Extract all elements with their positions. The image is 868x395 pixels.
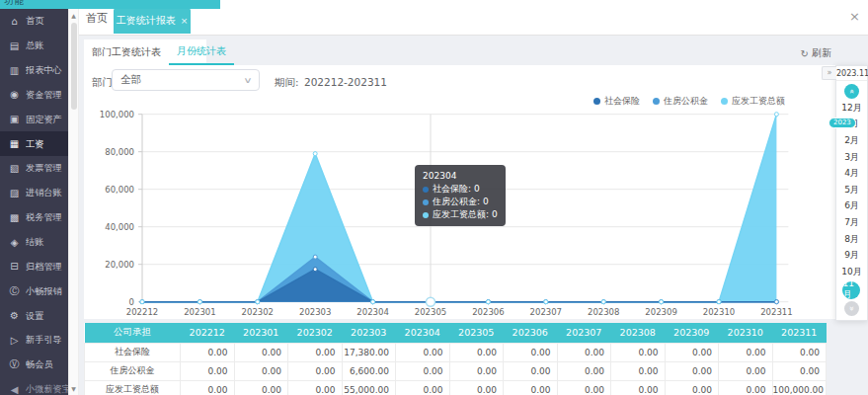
month-item-6月[interactable]: 6月 xyxy=(844,198,859,215)
menu-icon: ▦ xyxy=(7,138,22,149)
sidebar-item-发票管理[interactable]: ▧发票管理 xyxy=(0,156,68,181)
month-item-4月[interactable]: 4月 xyxy=(844,165,859,182)
sidebar-item-报表中心[interactable]: ▥报表中心 xyxy=(0,58,68,83)
month-picker-panel: 2023.11 « 12月1月2月3月4月5月6月7月8月9月10月11月 « xyxy=(835,65,868,321)
sidebar-item-label: 畅会员 xyxy=(26,358,53,371)
legend-item-应发工资总额[interactable]: 应发工资总额 xyxy=(721,95,785,108)
page-scrollbar[interactable]: ▲ ▼ xyxy=(68,9,79,395)
sidebar-item-固定资产[interactable]: ▣固定资产 xyxy=(0,107,68,131)
sidebar-item-进销台账[interactable]: ▨进销台账 xyxy=(0,181,68,205)
sidebar-item-税务管理[interactable]: ▩税务管理 xyxy=(0,205,68,230)
month-item-12月[interactable]: 12月 xyxy=(841,100,861,117)
month-item-9月[interactable]: 9月 xyxy=(844,247,859,264)
menu-icon: ◀ xyxy=(7,384,22,395)
month-item-3月[interactable]: 3月 xyxy=(844,149,859,166)
sidebar-item-新手引导[interactable]: ▷新手引导 xyxy=(0,328,68,353)
table-column-header: 202305 xyxy=(449,323,504,343)
table-cell: 0.00 xyxy=(719,343,773,361)
subtab-group: 部门工资统计表 月份统计表 xyxy=(84,40,206,65)
month-item-2月[interactable]: 2月 xyxy=(844,132,859,149)
table-cell: 0.00 xyxy=(611,343,666,361)
table-cell: 6,600.00 xyxy=(342,361,396,380)
sidebar-item-label: 工资 xyxy=(26,137,43,150)
month-item-7月[interactable]: 7月 xyxy=(844,214,859,231)
sidebar-item-结账[interactable]: ◈结账 xyxy=(0,230,68,255)
sidebar-item-label: 进销台账 xyxy=(26,187,62,199)
panel-collapse-icon[interactable]: » xyxy=(822,66,836,80)
sidebar-item-label: 固定资产 xyxy=(26,113,62,125)
tab-home[interactable]: 首页 xyxy=(86,11,108,26)
sidebar-item-首页[interactable]: ⌂首页 xyxy=(0,9,68,34)
scrollbar-down-icon[interactable]: ▼ xyxy=(69,385,78,392)
month-picker-header: 2023.11 xyxy=(836,66,867,81)
month-item-8月[interactable]: 8月 xyxy=(844,231,859,248)
sidebar-item-label: 税务管理 xyxy=(26,211,62,224)
table-column-header: 202310 xyxy=(719,323,773,343)
table-row-label: 社会保险 xyxy=(85,343,181,361)
svg-text:202309: 202309 xyxy=(645,307,676,317)
sidebar-item-label: 结账 xyxy=(26,236,43,249)
sidebar-item-小微薪资宝[interactable]: ◀小微薪资宝 xyxy=(0,377,68,395)
month-scroll-down-button[interactable]: « xyxy=(844,301,859,316)
tab-salary-report[interactable]: 工资统计报表 × xyxy=(114,8,191,34)
legend-item-社会保险[interactable]: 社会保险 xyxy=(593,95,640,108)
legend-label: 应发工资总额 xyxy=(732,95,785,108)
sidebar-item-label: 小畅报销 xyxy=(26,284,62,297)
tooltip-title: 202304 xyxy=(423,170,498,183)
table-cell: 0.00 xyxy=(719,361,773,380)
dept-select[interactable]: 全部 ∨ xyxy=(112,69,260,91)
legend-item-住房公积金[interactable]: 住房公积金 xyxy=(653,95,708,108)
table-body: 社会保险0.000.000.0017,380.000.000.000.000.0… xyxy=(85,343,827,395)
tab-close-icon[interactable]: × xyxy=(181,16,189,26)
table-cell: 0.00 xyxy=(234,380,288,395)
table-row: 应发工资总额0.000.000.0055,000.000.000.000.000… xyxy=(85,380,827,395)
tooltip-row: 应发工资总额: 0 xyxy=(423,208,498,221)
month-item-11月[interactable]: 11月 xyxy=(842,281,860,299)
sidebar-item-label: 新手引导 xyxy=(26,334,62,347)
sidebar-item-畅会员[interactable]: Ⓥ畅会员 xyxy=(0,353,68,377)
table-column-header: 202303 xyxy=(342,323,396,343)
sidebar-item-资金管理[interactable]: ◉资金管理 xyxy=(0,83,68,108)
menu-icon: ▩ xyxy=(7,212,22,223)
close-icon[interactable]: × xyxy=(849,9,860,24)
svg-text:60,000: 60,000 xyxy=(105,185,134,195)
sidebar-item-小畅报销[interactable]: Ⓒ小畅报销 xyxy=(0,278,68,303)
salary-table: 公司承担202212202301202302202303202304202305… xyxy=(84,323,827,395)
sidebar-item-label: 资金管理 xyxy=(26,89,62,102)
tab-monthly-stats[interactable]: 月份统计表 xyxy=(169,40,234,65)
table-column-header: 公司承担 xyxy=(85,323,181,343)
svg-text:202307: 202307 xyxy=(530,307,562,317)
table-cell: 100,000.00 xyxy=(772,380,827,395)
table-column-header: 202311 xyxy=(772,323,827,343)
table-cell: 0.00 xyxy=(396,380,450,395)
table-cell: 0.00 xyxy=(181,380,235,395)
scrollbar-thumb[interactable] xyxy=(71,23,77,110)
table-cell: 0.00 xyxy=(288,380,343,395)
table-cell: 0.00 xyxy=(234,343,288,361)
tab-department-salary[interactable]: 部门工资统计表 xyxy=(84,40,169,65)
chart-card: 020,00040,00060,00080,000100,00020221220… xyxy=(84,65,835,319)
month-scroll-up-button[interactable]: « xyxy=(844,84,859,99)
svg-text:100,000: 100,000 xyxy=(100,110,134,119)
tooltip-value: 社会保险: 0 xyxy=(433,183,480,196)
sidebar-item-label: 归档管理 xyxy=(26,260,62,273)
menu-icon: ▥ xyxy=(7,65,22,76)
sidebar-menu: ⌂首页▤总账▥报表中心◉资金管理▣固定资产▦工资▧发票管理▨进销台账▩税务管理◈… xyxy=(0,9,68,395)
sidebar-item-工资[interactable]: ▦工资 xyxy=(0,131,68,156)
year-badge: 2023 xyxy=(829,118,856,128)
menu-icon: Ⓒ xyxy=(7,284,22,298)
sidebar-item-label: 首页 xyxy=(26,15,43,28)
table-cell: 0.00 xyxy=(234,361,288,380)
legend-dot-icon xyxy=(593,98,600,105)
sidebar-item-设置[interactable]: ⚙设置 xyxy=(0,303,68,328)
scrollbar-up-icon[interactable]: ▲ xyxy=(69,12,78,19)
sidebar-item-归档管理[interactable]: ⊟归档管理 xyxy=(0,254,68,278)
sidebar-item-总账[interactable]: ▤总账 xyxy=(0,34,68,58)
menu-icon: ⌂ xyxy=(7,16,22,27)
refresh-button[interactable]: ↻ 刷新 xyxy=(801,46,831,60)
table-cell: 0.00 xyxy=(557,361,611,380)
menu-icon: ⚙ xyxy=(7,310,22,321)
month-item-10月[interactable]: 10月 xyxy=(841,264,861,280)
month-item-5月[interactable]: 5月 xyxy=(844,182,859,198)
sidebar-item-label: 发票管理 xyxy=(26,162,62,175)
